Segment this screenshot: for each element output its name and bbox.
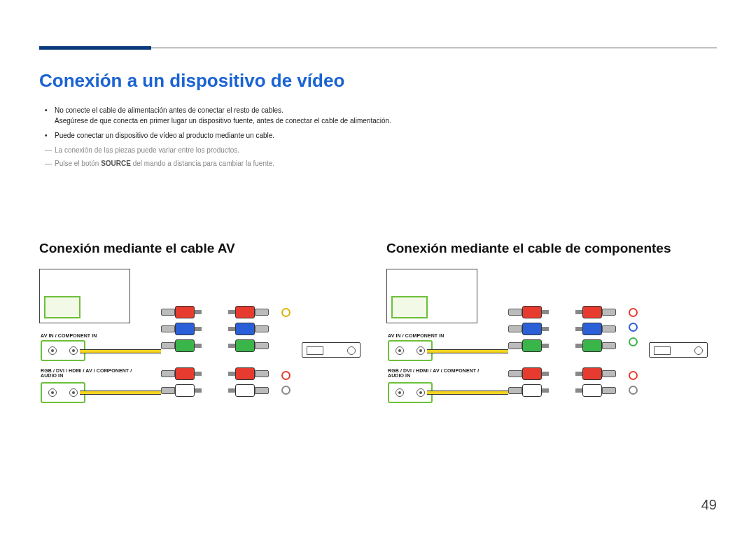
jack-hole-icon (48, 388, 57, 397)
port-label-audio-in: RGB / DVI / HDMI / AV / COMPONENT / AUDI… (388, 368, 482, 378)
port-av-in (388, 340, 433, 361)
rca-plug-green (508, 339, 549, 353)
ring-white-icon (281, 386, 290, 395)
rca-plug-red (508, 367, 549, 381)
rca-plug-red (228, 367, 269, 381)
footnote: ― Pulse el botón SOURCE del mando a dist… (39, 158, 403, 169)
rca-plug-blue (575, 322, 616, 336)
plugs-upper-in (161, 305, 202, 353)
rca-plug-green (575, 339, 616, 353)
subheading-av: Conexión mediante el cable AV (39, 241, 235, 256)
ring-green-icon (629, 337, 638, 346)
rca-plug-white (575, 384, 616, 398)
plugs-upper-out (575, 305, 616, 353)
ring-red-icon (629, 371, 638, 380)
jack-hole-icon (416, 346, 425, 355)
panel-thumbnail (386, 269, 477, 323)
footnote-text: La conexión de las piezas puede variar e… (55, 146, 239, 154)
ring-white-icon (629, 386, 638, 395)
bullet-text: Asegúrese de que conecta en primer lugar… (55, 117, 391, 125)
diagram-av: AV IN / COMPONENT IN RGB / DVI / HDMI / … (39, 269, 375, 409)
bullet-item: • No conecte el cable de alimentación an… (39, 105, 403, 126)
rca-plug-blue (161, 322, 202, 336)
port-av-in (41, 340, 85, 361)
footnote-text: del mando a distancia para cambiar la fu… (131, 160, 274, 167)
rca-plug-blue (508, 322, 549, 336)
video-player-icon (649, 342, 708, 358)
footnote: ― La conexión de las piezas puede variar… (39, 145, 403, 155)
rca-plug-white (508, 384, 549, 398)
rca-plug-red (161, 367, 202, 381)
rca-plug-white (228, 384, 269, 398)
subheading-component: Conexión mediante el cable de componente… (386, 241, 671, 256)
bullet-item: • Puede conectar un dispositivo de vídeo… (39, 130, 403, 141)
rca-plug-white (161, 384, 202, 398)
cable-yellow (427, 391, 508, 395)
port-audio-in (388, 382, 433, 403)
footnote-bold: SOURCE (101, 160, 131, 167)
ring-blue-icon (629, 323, 638, 332)
rca-plug-green (228, 339, 269, 353)
cable-yellow (80, 349, 161, 353)
plugs-lower-out (575, 367, 616, 398)
ring-red-icon (629, 308, 638, 317)
port-label-av-in: AV IN / COMPONENT IN (41, 333, 97, 338)
port-label-av-in: AV IN / COMPONENT IN (388, 333, 444, 338)
page-title: Conexión a un dispositivo de vídeo (39, 70, 344, 92)
jack-hole-icon (69, 346, 78, 355)
rca-plug-red (575, 367, 616, 381)
jack-hole-icon (48, 346, 57, 355)
footnote-dash-icon: ― (45, 145, 52, 155)
plugs-upper-out (228, 305, 269, 353)
jack-hole-icon (396, 346, 404, 355)
target-rings-upper (629, 308, 638, 346)
video-player-icon (302, 342, 360, 358)
port-audio-in (41, 382, 85, 403)
rca-plug-red (508, 305, 549, 319)
jack-hole-icon (396, 388, 404, 397)
rca-plug-green (161, 339, 202, 353)
intro-bullets: • No conecte el cable de alimentación an… (39, 105, 403, 169)
target-rings-lower (629, 371, 638, 395)
rca-plug-red (228, 305, 269, 319)
bullet-dot-icon: • (45, 105, 48, 115)
rca-plug-red (575, 305, 616, 319)
rca-plug-red (161, 305, 202, 319)
target-rings-lower (281, 371, 290, 395)
plugs-lower-in (508, 367, 549, 398)
port-label-audio-in: RGB / DVI / HDMI / AV / COMPONENT / AUDI… (41, 368, 135, 378)
rca-plug-blue (228, 322, 269, 336)
jack-hole-icon (416, 388, 425, 397)
page-number: 49 (701, 497, 717, 513)
bullet-dot-icon: • (45, 130, 48, 141)
header-rule-accent (39, 46, 151, 50)
footnote-dash-icon: ― (45, 158, 52, 169)
plugs-upper-in (508, 305, 549, 353)
ring-red-icon (281, 371, 290, 380)
cable-yellow (80, 391, 161, 395)
ring-yellow-icon (281, 308, 290, 317)
panel-thumbnail (39, 269, 130, 323)
bullet-text: Puede conectar un dispositivo de vídeo a… (55, 132, 274, 139)
footnote-text: Pulse el botón (55, 160, 101, 167)
target-rings-upper (281, 308, 290, 317)
plugs-lower-in (161, 367, 202, 398)
plugs-lower-out (228, 367, 269, 398)
diagram-component: AV IN / COMPONENT IN RGB / DVI / HDMI / … (386, 269, 722, 409)
bullet-text: No conecte el cable de alimentación ante… (55, 106, 284, 114)
jack-hole-icon (69, 388, 78, 397)
cable-yellow (427, 349, 508, 353)
